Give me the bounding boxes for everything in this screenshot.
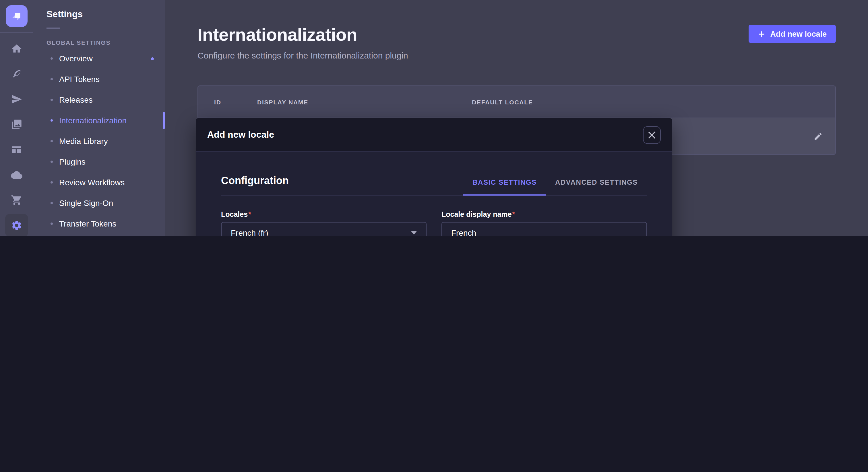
locales-select[interactable]: French (fr) — [221, 222, 427, 236]
strapi-settings-page: KD Settings GLOBAL SETTINGS Overview API… — [0, 0, 868, 236]
locales-label: Locales* — [221, 210, 427, 218]
modal-body: Configuration BASIC SETTINGS ADVANCED SE… — [196, 152, 672, 236]
locales-select-value: French (fr) — [231, 228, 268, 236]
add-new-locale-modal: Add new locale Configuration BASIC SETTI… — [196, 118, 672, 236]
display-name-field-group: Locale display name* Locale will be disp… — [441, 210, 647, 236]
required-asterisk: * — [513, 210, 515, 218]
configuration-heading: Configuration — [221, 175, 289, 195]
tab-advanced-settings[interactable]: ADVANCED SETTINGS — [546, 178, 647, 196]
required-asterisk: * — [248, 210, 251, 218]
display-name-input[interactable] — [441, 222, 647, 236]
close-icon[interactable] — [643, 126, 661, 144]
display-name-label: Locale display name* — [441, 210, 647, 218]
chevron-down-icon — [411, 231, 417, 234]
tab-basic-settings[interactable]: BASIC SETTINGS — [463, 178, 546, 196]
settings-tabs: BASIC SETTINGS ADVANCED SETTINGS — [463, 178, 647, 195]
locales-field-group: Locales* French (fr) — [221, 210, 427, 236]
modal-header: Add new locale — [196, 118, 672, 152]
modal-title: Add new locale — [207, 130, 274, 140]
